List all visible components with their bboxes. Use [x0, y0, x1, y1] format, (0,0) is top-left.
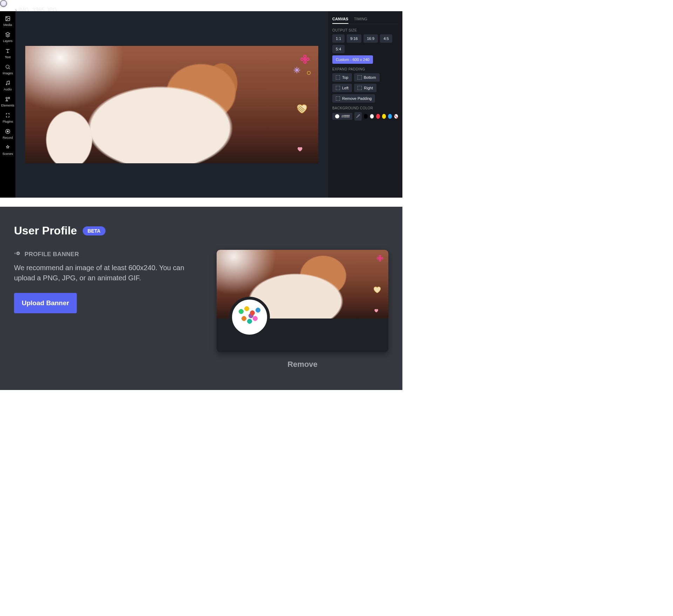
canvas-area[interactable]	[15, 11, 328, 198]
swatch-yellow[interactable]	[382, 114, 386, 119]
svg-point-7	[6, 17, 7, 18]
remove-banner-button[interactable]: Remove	[217, 360, 388, 369]
canvas-image[interactable]	[25, 46, 318, 163]
banner-description: We recommend an image of at least 600x24…	[14, 263, 203, 283]
swatch-black[interactable]	[364, 114, 368, 119]
sidebar-label: Media	[4, 23, 12, 27]
sidebar-label: Scenes	[2, 152, 13, 156]
profile-preview-card	[217, 250, 388, 352]
remove-padding-label: Remove Padding	[342, 96, 372, 101]
no-color-slash-icon	[394, 115, 398, 118]
bg-color-label: BACKGROUND COLOR	[332, 106, 398, 110]
output-size-label: OUTPUT SIZE	[332, 28, 398, 32]
sidebar-item-elements[interactable]: Elements	[1, 96, 14, 107]
sidebar-label: Elements	[1, 104, 14, 107]
profile-title-row: User Profile BETA	[14, 224, 388, 237]
ratio-16-9-button[interactable]: 16:9	[363, 34, 378, 43]
ratio-9-16-button[interactable]: 9:16	[347, 34, 361, 43]
page-title: User Profile	[14, 224, 77, 237]
sticker-heart-small-icon[interactable]	[297, 146, 303, 153]
properties-panel: CANVAS TIMING OUTPUT SIZE 1:1 9:16 16:9 …	[328, 11, 402, 198]
swatch-blue[interactable]	[388, 114, 392, 119]
svg-point-27	[381, 258, 383, 259]
ratio-4-5-button[interactable]: 4:5	[380, 34, 392, 43]
swatch-white[interactable]	[370, 114, 374, 119]
svg-rect-12	[8, 97, 9, 99]
swatch-none[interactable]	[394, 114, 398, 119]
pad-top-icon	[336, 75, 340, 80]
svg-point-9	[6, 84, 7, 85]
sidebar-item-scenes[interactable]: Scenes	[2, 144, 13, 156]
sidebar-item-audio[interactable]: Audio	[4, 80, 12, 91]
sidebar-item-record[interactable]: Record	[2, 128, 13, 139]
editor-window: Peter › IMG_3365.JPG Upload Subtitles	[0, 0, 402, 198]
bg-current-swatch	[335, 114, 339, 118]
sidebar-item-images[interactable]: Images	[2, 64, 13, 75]
profile-avatar[interactable]	[229, 297, 270, 337]
svg-point-18	[301, 58, 303, 60]
ratio-5-4-button[interactable]: 5:4	[332, 45, 345, 53]
upload-banner-button[interactable]: Upload Banner	[14, 293, 77, 313]
sticker-heart-striped-icon[interactable]	[295, 102, 308, 117]
section-heading-label: PROFILE BANNER	[25, 251, 79, 258]
user-profile-panel: User Profile BETA PROFILE BANNER We reco…	[0, 207, 402, 390]
remove-padding-icon	[336, 96, 340, 101]
elements-icon	[5, 96, 11, 102]
svg-point-23	[379, 258, 380, 259]
profile-preview-column: Remove	[217, 250, 388, 369]
beta-badge: BETA	[83, 226, 106, 235]
sidebar-label: Plugins	[2, 120, 13, 123]
pad-left-icon	[336, 86, 340, 90]
sticker-circle-icon[interactable]	[306, 70, 311, 77]
pad-right-icon	[358, 86, 362, 90]
sticker-flower-icon[interactable]	[300, 54, 310, 66]
pad-bottom-button[interactable]: Bottom	[354, 73, 380, 82]
sidebar-label: Audio	[4, 88, 12, 91]
svg-point-19	[307, 58, 309, 60]
sidebar-item-media[interactable]: Media	[4, 15, 12, 27]
scenes-icon	[5, 144, 11, 151]
avatar-image	[236, 303, 264, 331]
pad-left-button[interactable]: Left	[332, 84, 352, 92]
svg-point-25	[379, 259, 381, 261]
svg-point-16	[304, 55, 306, 57]
swatch-red[interactable]	[376, 114, 380, 119]
pad-right-button[interactable]: Right	[354, 84, 376, 92]
preview-bottom-bar	[217, 319, 388, 352]
workspace-avatar[interactable]	[0, 0, 7, 7]
sidebar-label: Layers	[3, 39, 12, 43]
sidebar-label: Record	[2, 136, 13, 139]
expand-padding-label: EXPAND PADDING	[332, 67, 398, 71]
media-icon	[5, 15, 11, 22]
sidebar-label: Images	[2, 71, 13, 75]
search-icon	[5, 64, 11, 70]
sidebar-item-plugins[interactable]: Plugins	[2, 112, 13, 123]
remove-padding-button[interactable]: Remove Padding	[332, 94, 375, 103]
aspect-ratio-row: 1:1 9:16 16:9 4:5 5:4	[332, 34, 398, 53]
svg-point-14	[7, 131, 8, 132]
svg-point-20	[307, 71, 310, 74]
eyedropper-icon	[356, 114, 360, 119]
svg-point-22	[18, 253, 19, 254]
ratio-custom-button[interactable]: Custom - 600 x 240	[332, 55, 373, 64]
section-heading: PROFILE BANNER	[14, 250, 203, 259]
record-icon	[5, 128, 11, 135]
eyedropper-button[interactable]	[354, 112, 362, 121]
sticker-heart-striped-icon	[372, 285, 381, 295]
panel-tabs: CANVAS TIMING	[332, 15, 398, 24]
ratio-1-1-button[interactable]: 1:1	[332, 34, 345, 43]
plugins-icon	[5, 112, 11, 118]
svg-point-10	[8, 83, 9, 84]
pad-top-button[interactable]: Top	[332, 73, 352, 82]
sidebar-item-layers[interactable]: Layers	[3, 32, 12, 43]
tab-canvas[interactable]: CANVAS	[332, 15, 348, 24]
audio-icon	[5, 80, 11, 86]
sticker-sparkle-icon[interactable]	[293, 66, 301, 75]
pad-right-label: Right	[364, 86, 373, 90]
svg-point-15	[304, 58, 306, 60]
tab-timing[interactable]: TIMING	[354, 15, 368, 24]
nitro-icon	[14, 250, 21, 259]
profile-banner-section: PROFILE BANNER We recommend an image of …	[14, 250, 203, 313]
bg-color-value[interactable]: #ffffff	[332, 113, 352, 120]
sidebar-item-text[interactable]: Text	[5, 48, 11, 59]
